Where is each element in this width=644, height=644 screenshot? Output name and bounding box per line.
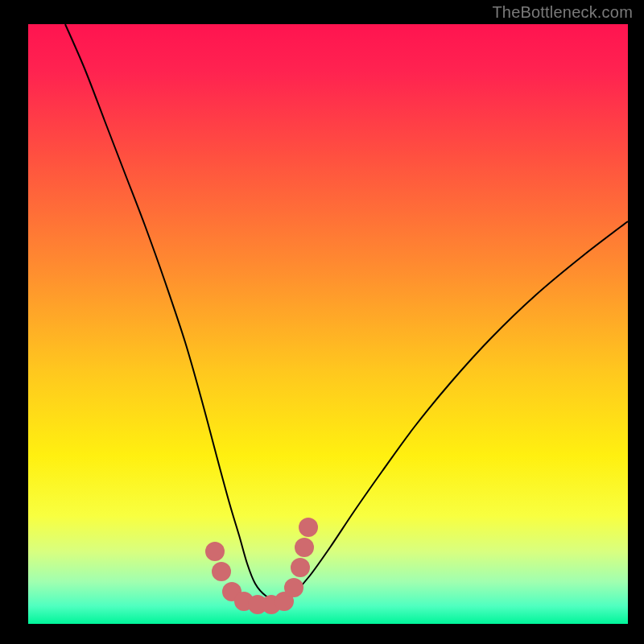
marker-dot — [295, 538, 314, 557]
watermark-text: TheBottleneck.com — [492, 3, 633, 22]
plot-area — [28, 24, 628, 624]
marker-dot — [205, 542, 225, 561]
bottleneck-curve — [65, 24, 628, 600]
curve-layer — [28, 24, 628, 624]
marker-dot — [291, 558, 310, 577]
chart-frame: TheBottleneck.com — [0, 0, 644, 644]
marker-dot — [212, 562, 231, 581]
marker-dot — [284, 578, 303, 597]
highlight-markers — [205, 518, 318, 614]
marker-dot — [299, 518, 318, 537]
